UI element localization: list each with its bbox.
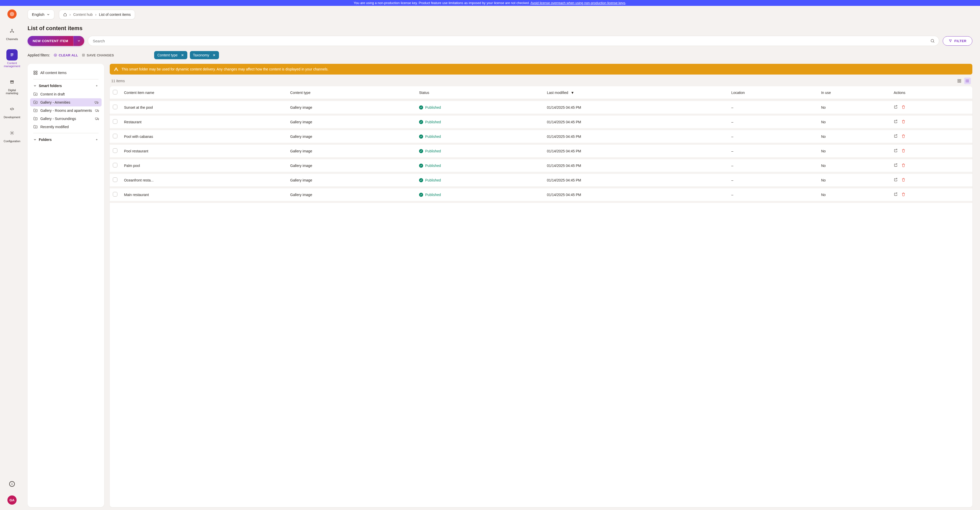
- cell-actions: [891, 130, 972, 145]
- row-checkbox[interactable]: [113, 148, 118, 153]
- save-changes-button[interactable]: SAVE CHANGES: [82, 53, 114, 57]
- table-row[interactable]: Pool with cabanas Gallery image Publishe…: [110, 130, 972, 145]
- export-button[interactable]: [894, 178, 898, 183]
- table-row[interactable]: Oceanfront resta... Gallery image Publis…: [110, 174, 972, 188]
- export-icon: [894, 192, 898, 196]
- trash-icon: [901, 134, 905, 138]
- row-checkbox[interactable]: [113, 134, 118, 139]
- search-icon[interactable]: [930, 38, 935, 43]
- info-button[interactable]: i: [9, 481, 15, 487]
- delete-button[interactable]: [901, 134, 905, 139]
- col-modified[interactable]: Last modified ▼: [544, 86, 728, 99]
- delete-button[interactable]: [901, 178, 905, 183]
- col-location[interactable]: Location: [728, 86, 818, 99]
- smart-folder-item[interactable]: Gallery - Rooms and apartments: [27, 107, 104, 115]
- cell-location: –: [728, 99, 818, 116]
- save-icon: [82, 53, 85, 57]
- delete-button[interactable]: [901, 105, 905, 110]
- cell-status: Published: [416, 159, 544, 174]
- cell-name: Pool with cabanas: [121, 130, 287, 145]
- smart-folders-header[interactable]: Smart folders: [27, 81, 104, 90]
- export-button[interactable]: [894, 120, 898, 124]
- smart-folder-icon: [33, 100, 38, 105]
- table-row[interactable]: Sunset at the pool Gallery image Publish…: [110, 99, 972, 116]
- svg-point-6: [12, 14, 14, 16]
- cell-actions: [891, 145, 972, 159]
- delete-button[interactable]: [901, 192, 905, 197]
- svg-rect-30: [959, 80, 961, 81]
- nav-item-configuration[interactable]: Configuration: [1, 125, 23, 145]
- content-table[interactable]: Content item name Content type Status La…: [110, 86, 972, 507]
- export-button[interactable]: [894, 163, 898, 168]
- all-content-items-label: All content items: [40, 71, 99, 75]
- nav-item-digital-marketing[interactable]: Digital marketing: [1, 74, 23, 97]
- cell-type: Gallery image: [287, 130, 416, 145]
- content-management-icon: [10, 53, 14, 57]
- smart-folder-icon: [33, 92, 38, 97]
- nav-item-channels[interactable]: Channels: [1, 23, 23, 43]
- col-type[interactable]: Content type: [287, 86, 416, 99]
- smart-folder-item[interactable]: Gallery - Surroundings: [27, 115, 104, 123]
- svg-point-28: [98, 120, 99, 120]
- smart-folder-item[interactable]: Recently modified: [27, 123, 104, 131]
- export-icon: [894, 120, 898, 124]
- filter-button[interactable]: FILTER: [943, 36, 972, 46]
- user-avatar[interactable]: GA: [7, 496, 17, 505]
- export-button[interactable]: [894, 105, 898, 110]
- col-status[interactable]: Status: [416, 86, 544, 99]
- all-content-items[interactable]: All content items: [27, 69, 104, 77]
- cell-modified: 01/14/2025 04:45 PM: [544, 159, 728, 174]
- list-view-toggle[interactable]: [964, 78, 971, 84]
- folders-section-header[interactable]: Folders: [27, 135, 104, 144]
- smart-folder-item[interactable]: Gallery - Amenities: [30, 98, 102, 107]
- svg-point-21: [95, 103, 96, 104]
- search-input[interactable]: [92, 38, 930, 43]
- status-check-icon: [419, 149, 423, 153]
- close-icon[interactable]: [181, 53, 184, 57]
- new-content-dropdown[interactable]: [73, 36, 84, 46]
- table-row[interactable]: Main restaurant Gallery image Published …: [110, 188, 972, 203]
- add-smart-folder-button[interactable]: [94, 83, 100, 89]
- breadcrumb-content-hub[interactable]: Content hub: [73, 13, 93, 17]
- export-button[interactable]: [894, 192, 898, 197]
- cell-modified: 01/14/2025 04:45 PM: [544, 188, 728, 203]
- delete-button[interactable]: [901, 163, 905, 168]
- col-name[interactable]: Content item name: [121, 86, 287, 99]
- filter-tag[interactable]: Content type: [154, 51, 187, 59]
- delete-button[interactable]: [901, 148, 905, 153]
- table-row[interactable]: Pool restaurant Gallery image Published …: [110, 145, 972, 159]
- home-icon[interactable]: [63, 13, 67, 16]
- filter-tag[interactable]: Taxonomy: [190, 51, 219, 59]
- svg-point-4: [13, 14, 14, 14]
- row-checkbox[interactable]: [113, 105, 118, 109]
- row-checkbox[interactable]: [113, 163, 118, 167]
- search-box[interactable]: [88, 36, 939, 46]
- export-button[interactable]: [894, 148, 898, 153]
- clear-all-button[interactable]: CLEAR ALL: [54, 53, 78, 57]
- license-banner-link[interactable]: Avoid license overreach when using non-p…: [530, 1, 625, 5]
- grid-view-icon: [957, 79, 961, 83]
- add-folder-button[interactable]: [94, 137, 100, 142]
- col-in-use[interactable]: In use: [818, 86, 891, 99]
- smart-folders-label: Smart folders: [39, 84, 62, 88]
- grid-view-toggle[interactable]: [956, 78, 963, 84]
- table-row[interactable]: Restaurant Gallery image Published 01/14…: [110, 116, 972, 130]
- nav-item-content-management[interactable]: Content management: [1, 47, 23, 70]
- table-row[interactable]: Palm pool Gallery image Published 01/14/…: [110, 159, 972, 174]
- brand-logo[interactable]: [7, 10, 17, 19]
- divider: [33, 79, 99, 80]
- close-icon[interactable]: [212, 53, 216, 57]
- language-select[interactable]: English: [27, 10, 54, 19]
- select-all-checkbox[interactable]: [113, 90, 118, 94]
- export-button[interactable]: [894, 134, 898, 139]
- svg-rect-29: [958, 80, 959, 81]
- row-checkbox[interactable]: [113, 119, 118, 124]
- delete-button[interactable]: [901, 120, 905, 124]
- smart-folder-item[interactable]: Content in draft: [27, 90, 104, 98]
- save-changes-label: SAVE CHANGES: [87, 53, 114, 57]
- cell-in-use: No: [818, 99, 891, 116]
- new-content-button[interactable]: NEW CONTENT ITEM: [27, 36, 73, 46]
- row-checkbox[interactable]: [113, 177, 118, 182]
- row-checkbox[interactable]: [113, 192, 118, 196]
- nav-item-development[interactable]: Development: [1, 101, 23, 121]
